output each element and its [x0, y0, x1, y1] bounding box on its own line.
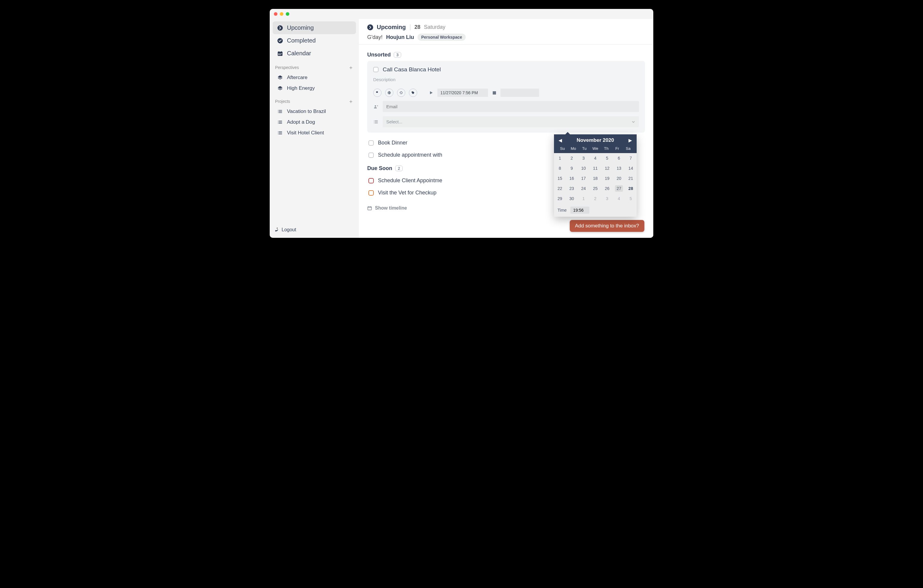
play-icon	[429, 91, 434, 95]
svg-rect-40	[368, 207, 372, 210]
datepicker-day[interactable]: 2	[566, 153, 578, 163]
datepicker-day[interactable]: 19	[601, 173, 613, 184]
globe-button[interactable]	[385, 89, 393, 97]
project-item[interactable]: Vacation to Brazil	[273, 106, 356, 117]
datepicker-day[interactable]: 10	[578, 163, 590, 173]
datepicker-prev-button[interactable]: ◀	[557, 138, 564, 143]
datepicker-day[interactable]: 12	[601, 163, 613, 173]
start-datetime-input[interactable]	[437, 89, 488, 97]
datepicker-day[interactable]: 22	[554, 184, 566, 194]
project-item[interactable]: Visit Hotel Client	[273, 128, 356, 138]
datepicker-day[interactable]: 8	[554, 163, 566, 173]
datepicker-day[interactable]: 25	[590, 184, 601, 194]
show-timeline-label: Show timeline	[375, 205, 407, 211]
svg-rect-5	[281, 51, 282, 52]
datepicker-day[interactable]: 9	[566, 163, 578, 173]
chevron-circle-right-icon	[277, 25, 283, 31]
project-select[interactable]: Select...	[383, 116, 639, 127]
svg-rect-3	[278, 52, 282, 53]
datepicker-day[interactable]: 1	[554, 153, 566, 163]
datepicker-day[interactable]: 23	[566, 184, 578, 194]
task-description-placeholder[interactable]: Description	[373, 77, 639, 82]
datepicker-day[interactable]: 2	[590, 194, 601, 204]
datepicker-day[interactable]: 24	[578, 184, 590, 194]
window-close-button[interactable]	[274, 12, 278, 16]
datepicker-day[interactable]: 30	[566, 194, 578, 204]
task-checkbox[interactable]	[368, 178, 374, 184]
page-title: Upcoming	[377, 24, 406, 31]
project-item[interactable]: Adopt a Dog	[273, 117, 356, 128]
task-checkbox[interactable]	[368, 153, 374, 158]
datepicker-day[interactable]: 29	[554, 194, 566, 204]
nav-completed[interactable]: Completed	[273, 34, 356, 47]
window-minimize-button[interactable]	[280, 12, 283, 16]
logout-button[interactable]: Logout	[273, 225, 356, 234]
list-icon	[277, 120, 283, 125]
svg-point-26	[278, 131, 278, 132]
nav-upcoming[interactable]: Upcoming	[273, 21, 356, 34]
datepicker-day[interactable]: 3	[578, 153, 590, 163]
datepicker-day[interactable]: 20	[613, 173, 625, 184]
datepicker-next-button[interactable]: ▶	[627, 138, 634, 143]
datepicker-day[interactable]: 7	[625, 153, 637, 163]
task-checkbox[interactable]	[368, 190, 374, 195]
projects-header: Projects ＋	[273, 94, 356, 106]
datepicker-day[interactable]: 16	[566, 173, 578, 184]
svg-point-14	[278, 110, 278, 110]
datepicker-day[interactable]: 27	[613, 184, 625, 194]
username: Houjun Liu	[386, 34, 414, 40]
nav-calendar[interactable]: Calendar	[273, 47, 356, 60]
add-person-icon	[373, 104, 379, 109]
perspective-item[interactable]: High Energy	[273, 83, 356, 94]
stop-icon	[491, 91, 497, 95]
check-circle-icon	[277, 38, 283, 44]
logout-label: Logout	[282, 227, 296, 232]
datepicker-weekday: We	[590, 146, 601, 151]
add-inbox-button[interactable]: Add something to the inbox?	[570, 220, 644, 232]
add-perspective-button[interactable]: ＋	[348, 64, 353, 71]
datepicker-day[interactable]: 18	[590, 173, 601, 184]
layers-icon	[277, 75, 283, 80]
datepicker-day[interactable]: 5	[601, 153, 613, 163]
datepicker-day[interactable]: 15	[554, 173, 566, 184]
section-title-text: Due Soon	[367, 165, 392, 171]
datepicker-weekday: Fr	[612, 146, 622, 151]
nav-label: Calendar	[287, 50, 311, 57]
svg-rect-8	[281, 54, 282, 54]
task-checkbox[interactable]	[368, 140, 374, 146]
datepicker-day[interactable]: 14	[625, 163, 637, 173]
workspace-pill[interactable]: Personal Workspace	[417, 34, 465, 41]
header-date-day: Saturday	[424, 24, 445, 30]
datepicker-day[interactable]: 21	[625, 173, 637, 184]
add-project-button[interactable]: ＋	[348, 98, 353, 105]
task-title[interactable]: Call Casa Blanca Hotel	[383, 66, 441, 73]
chevron-down-icon	[631, 120, 636, 124]
datepicker-time-input[interactable]	[570, 207, 590, 214]
datepicker-day[interactable]: 26	[601, 184, 613, 194]
flag-button[interactable]	[373, 89, 381, 97]
svg-point-29	[277, 228, 278, 228]
datepicker-day[interactable]: 6	[613, 153, 625, 163]
datepicker-day[interactable]: 1	[578, 194, 590, 204]
section-title-text: Unsorted	[367, 52, 391, 58]
datepicker-day[interactable]: 4	[590, 153, 601, 163]
perspective-item[interactable]: Aftercare	[273, 72, 356, 83]
app-window: Upcoming Completed Calendar Perspectives…	[270, 9, 653, 238]
datepicker-day[interactable]: 5	[625, 194, 637, 204]
email-input[interactable]	[383, 101, 639, 112]
datepicker-day[interactable]: 11	[590, 163, 601, 173]
end-datetime-input[interactable]	[501, 89, 539, 97]
window-zoom-button[interactable]	[286, 12, 289, 16]
datepicker-weekday: Th	[601, 146, 612, 151]
datepicker-day[interactable]: 3	[601, 194, 613, 204]
task-checkbox[interactable]	[373, 67, 379, 72]
datepicker-day[interactable]: 13	[613, 163, 625, 173]
datepicker-day[interactable]: 28	[625, 184, 637, 194]
svg-point-31	[412, 92, 413, 92]
header-date-number: 28	[414, 24, 420, 30]
tag-button[interactable]	[409, 89, 417, 97]
datepicker-day[interactable]: 4	[613, 194, 625, 204]
svg-point-16	[278, 112, 278, 113]
datepicker-day[interactable]: 17	[578, 173, 590, 184]
repeat-button[interactable]	[397, 89, 405, 97]
